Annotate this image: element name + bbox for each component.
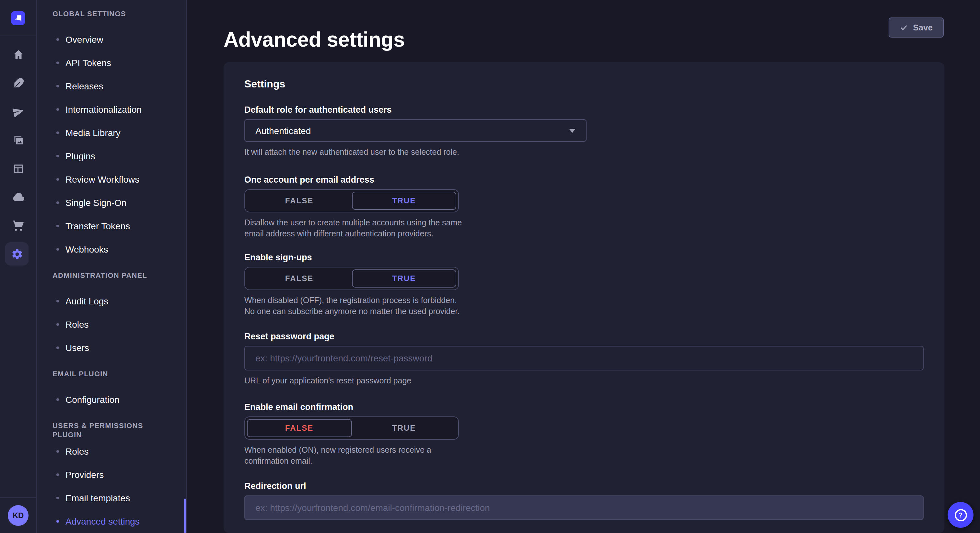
media-library-icon[interactable] (5, 127, 31, 153)
settings-panel: Settings Default role for authenticated … (224, 62, 944, 533)
help-button[interactable]: ? (948, 502, 974, 528)
enable-signups-true-option[interactable]: TRUE (352, 270, 456, 287)
chevron-down-icon (569, 128, 576, 132)
sidebar-item-single-sign-on[interactable]: Single Sign-On (37, 191, 186, 214)
page-title: Advanced settings (224, 28, 405, 52)
content-type-builder-icon[interactable] (5, 155, 31, 181)
email-confirmation-false-option[interactable]: FALSE (247, 419, 352, 437)
sidebar-item-admin-roles[interactable]: Roles (37, 313, 186, 336)
bullet-icon (56, 398, 59, 401)
sidebar-item-releases[interactable]: Releases (37, 75, 186, 98)
sidebar-item-email-templates[interactable]: Email templates (37, 486, 186, 510)
redirection-url-label: Redirection url (244, 481, 924, 492)
home-icon[interactable] (5, 41, 31, 67)
main-content: Advanced settings Save Settings Default … (187, 0, 980, 533)
save-button[interactable]: Save (888, 17, 944, 38)
email-confirmation-true-option[interactable]: TRUE (352, 419, 456, 437)
bullet-icon (56, 300, 59, 303)
sidebar-item-media-library[interactable]: Media Library (37, 121, 186, 144)
bullet-icon (56, 38, 59, 41)
enable-signups-hint: When disabled (OFF), the registration pr… (244, 295, 468, 317)
bullet-icon (56, 201, 59, 204)
sidebar-item-email-configuration[interactable]: Configuration (37, 388, 186, 411)
sidebar-item-api-tokens[interactable]: API Tokens (37, 51, 186, 75)
section-title-global-settings: GLOBAL SETTINGS (52, 9, 170, 18)
bullet-icon (56, 450, 59, 453)
cloud-icon[interactable] (5, 184, 31, 210)
strapi-logo[interactable] (11, 11, 25, 25)
deploy-icon[interactable] (5, 98, 31, 124)
email-confirmation-toggle: FALSE TRUE (244, 416, 459, 440)
default-role-select[interactable]: Authenticated (244, 119, 587, 142)
nav-rail: KD (0, 0, 37, 533)
default-role-value: Authenticated (255, 125, 569, 136)
section-title-administration-panel: ADMINISTRATION PANEL (52, 271, 170, 280)
settings-sidebar: GLOBAL SETTINGS Overview API Tokens Rele… (37, 0, 187, 533)
panel-title: Settings (244, 78, 924, 90)
section-title-users-permissions-plugin: USERS & PERMISSIONS PLUGIN (52, 421, 170, 430)
bullet-icon (56, 497, 59, 499)
sidebar-item-providers[interactable]: Providers (37, 463, 186, 486)
reset-password-hint: URL of your application's reset password… (244, 376, 924, 387)
sidebar-item-overview[interactable]: Overview (37, 28, 186, 51)
sidebar-item-review-workflows[interactable]: Review Workflows (37, 168, 186, 191)
sidebar-item-up-roles[interactable]: Roles (37, 440, 186, 463)
reset-password-label: Reset password page (244, 332, 924, 342)
enable-signups-false-option[interactable]: FALSE (247, 270, 352, 287)
bullet-icon (56, 473, 59, 476)
one-account-false-option[interactable]: FALSE (247, 192, 352, 210)
email-confirmation-hint: When enabled (ON), new registered users … (244, 445, 468, 467)
bullet-icon (56, 85, 59, 87)
logo-box (0, 0, 36, 36)
bullet-icon (56, 132, 59, 134)
sidebar-item-internationalization[interactable]: Internationalization (37, 98, 186, 121)
sidebar-item-webhooks[interactable]: Webhooks (37, 238, 186, 261)
sidebar-item-admin-users[interactable]: Users (37, 336, 186, 359)
sidebar-item-audit-logs[interactable]: Audit Logs (37, 289, 186, 313)
sidebar-item-plugins[interactable]: Plugins (37, 144, 186, 168)
email-confirmation-label: Enable email confirmation (244, 402, 924, 412)
default-role-label: Default role for authenticated users (244, 105, 924, 115)
redirection-url-input[interactable] (244, 495, 924, 520)
bullet-icon (56, 62, 59, 64)
rail-nav (5, 36, 31, 267)
settings-icon[interactable] (5, 242, 29, 265)
active-item-indicator (184, 499, 186, 533)
question-mark-icon: ? (955, 509, 967, 521)
bullet-icon (56, 248, 59, 251)
content-manager-icon[interactable] (5, 70, 31, 96)
bullet-icon (56, 108, 59, 111)
one-account-label: One account per email address (244, 175, 924, 185)
app-root: KD GLOBAL SETTINGS Overview API Tokens R… (0, 0, 980, 533)
enable-signups-toggle: FALSE TRUE (244, 267, 459, 290)
default-role-hint: It will attach the new authenticated use… (244, 147, 924, 158)
avatar-box: KD (0, 497, 36, 533)
bullet-icon (56, 346, 59, 349)
marketplace-icon[interactable] (5, 213, 31, 238)
section-title-email-plugin: EMAIL PLUGIN (52, 369, 170, 378)
bullet-icon (56, 323, 59, 326)
one-account-true-option[interactable]: TRUE (352, 192, 456, 210)
sidebar-item-transfer-tokens[interactable]: Transfer Tokens (37, 214, 186, 238)
one-account-toggle: FALSE TRUE (244, 189, 459, 213)
avatar[interactable]: KD (8, 505, 29, 526)
reset-password-input[interactable] (244, 346, 924, 370)
bullet-icon (56, 520, 59, 523)
enable-signups-label: Enable sign-ups (244, 252, 924, 263)
one-account-hint: Disallow the user to create multiple acc… (244, 217, 468, 240)
bullet-icon (56, 155, 59, 157)
bullet-icon (56, 178, 59, 181)
bullet-icon (56, 225, 59, 227)
check-icon (899, 23, 908, 32)
sidebar-item-advanced-settings[interactable]: Advanced settings (37, 510, 186, 533)
